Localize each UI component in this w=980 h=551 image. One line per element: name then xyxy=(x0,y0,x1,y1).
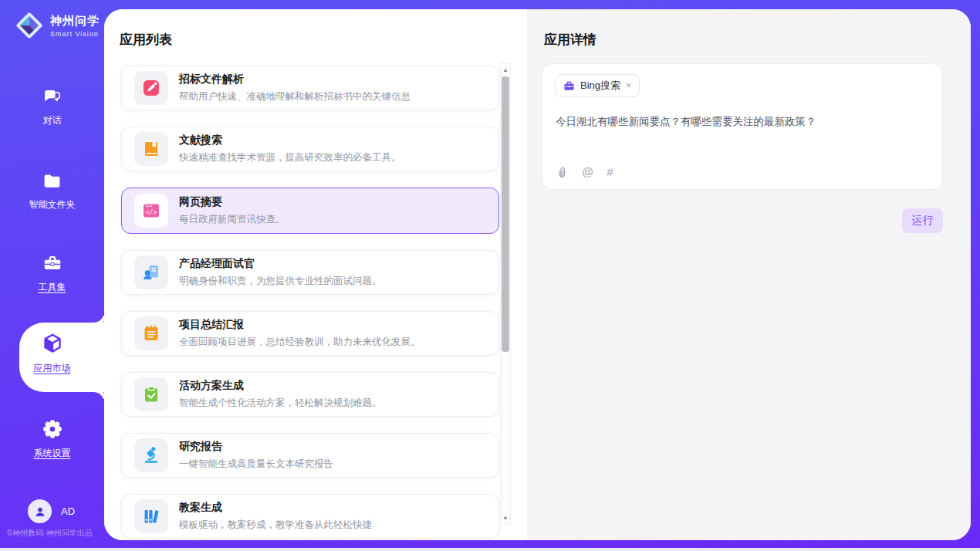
mention-icon[interactable]: @ xyxy=(582,165,593,178)
app-desc: 一键智能生成高质量长文本研究报告 xyxy=(179,458,333,471)
app-card-project-summary[interactable]: 项目总结汇报 全面回顾项目进展，总结经验教训，助力未来优化发展。 xyxy=(121,311,499,356)
gear-icon xyxy=(42,418,63,440)
app-card-list: 招标文件解析 帮助用户快速、准确地理解和解析招标书中的关键信息 xyxy=(121,66,499,539)
microscope-icon xyxy=(141,445,161,465)
run-button[interactable]: 运行 xyxy=(902,208,943,233)
app-card-research-report[interactable]: 研究报告 一键智能生成高质量长文本研究报告 xyxy=(121,433,499,478)
book-icon xyxy=(141,139,161,159)
sidebar-item-toolset[interactable]: 工具集 xyxy=(0,252,104,294)
app-card-bid-analysis[interactable]: 招标文件解析 帮助用户快速、准确地理解和解析招标书中的关键信息 xyxy=(121,66,499,110)
interviewer-icon xyxy=(141,262,161,282)
close-icon[interactable]: × xyxy=(626,81,631,90)
diamond-logo-icon xyxy=(14,10,45,41)
app-desc: 每日政府新闻资讯快查。 xyxy=(179,213,286,226)
app-frame: 神州问学 Smart Vision 对话 智能文件夹 xyxy=(0,0,980,548)
notepad-icon xyxy=(141,323,161,343)
app-desc: 模板驱动，教案秒成，教学准备从此轻松快捷 xyxy=(179,519,372,532)
scroll-down-icon[interactable]: ▼ xyxy=(501,512,510,524)
app-name: 活动方案生成 xyxy=(179,379,382,393)
app-card-web-summary[interactable]: </> 网页摘要 每日政府新闻资讯快查。 xyxy=(121,188,499,234)
cube-icon xyxy=(41,332,64,355)
attachment-toolbar: @ # xyxy=(556,165,613,178)
scroll-up-icon[interactable]: ▲ xyxy=(501,64,510,76)
sidebar-item-label: 智能文件夹 xyxy=(29,198,76,211)
sidebar: 神州问学 Smart Vision 对话 智能文件夹 xyxy=(0,0,104,548)
app-desc: 明确身份和职责，为您提供专业性的面试问题。 xyxy=(179,275,382,288)
app-desc: 帮助用户快速、准确地理解和解析招标书中的关键信息 xyxy=(179,90,411,103)
app-desc: 全面回顾项目进展，总结经验教训，助力未来优化发展。 xyxy=(179,336,421,349)
app-card-pm-interviewer[interactable]: 产品经理面试官 明确身份和职责，为您提供专业性的面试问题。 xyxy=(121,250,499,295)
app-list-panel: 应用列表 招标文件解析 帮助用户快速、准确地理解和解析招标书 xyxy=(104,9,527,540)
app-card-event-plan[interactable]: 活动方案生成 智能生成个性化活动方案，轻松解决规划难题。 xyxy=(121,372,499,417)
clipboard-check-icon xyxy=(141,384,161,404)
folder-icon xyxy=(42,171,63,191)
sidebar-item-label: 工具集 xyxy=(39,281,66,294)
app-name: 项目总结汇报 xyxy=(179,318,421,332)
chat-icon xyxy=(42,86,63,107)
copyright-text: ©神州数码·神州问学出品 xyxy=(7,528,93,539)
person-icon xyxy=(33,505,47,519)
scrollbar-thumb[interactable] xyxy=(502,76,509,352)
app-desc: 快速精准查找学术资源，提高研究效率的必备工具。 xyxy=(179,151,401,164)
app-card-lesson-plan[interactable]: 教案生成 模板驱动，教案秒成，教学准备从此轻松快捷 xyxy=(121,494,499,539)
app-name: 教案生成 xyxy=(179,501,372,515)
app-detail-panel: 应用详情 Bing搜索 × 今日湖北有哪些新闻要点？有哪些需要关注的最新政策？ xyxy=(527,9,971,540)
sidebar-item-label: 应用市场 xyxy=(34,362,71,375)
paperclip-icon[interactable] xyxy=(556,165,569,178)
avatar[interactable] xyxy=(28,499,52,523)
sidebar-item-label: 对话 xyxy=(43,114,62,127)
sidebar-item-app-market[interactable]: 应用市场 xyxy=(0,332,104,375)
app-name: 招标文件解析 xyxy=(179,73,411,86)
hash-icon[interactable]: # xyxy=(607,165,613,178)
books-icon xyxy=(141,506,161,526)
content-area: 应用列表 招标文件解析 帮助用户快速、准确地理解和解析招标书 xyxy=(104,9,971,540)
app-name: 研究报告 xyxy=(179,440,333,454)
app-desc: 智能生成个性化活动方案，轻松解决规划难题。 xyxy=(179,397,382,410)
brand-name: 神州问学 xyxy=(50,14,100,29)
app-list-title: 应用列表 xyxy=(120,31,172,49)
list-scrollbar[interactable]: ▲ ▼ xyxy=(500,63,511,525)
tool-chip-label: Bing搜索 xyxy=(580,79,620,93)
brand-logo: 神州问学 Smart Vision xyxy=(14,10,100,41)
sidebar-item-chat[interactable]: 对话 xyxy=(0,86,104,127)
user-initials: AD xyxy=(61,505,75,517)
browser-code-icon: </> xyxy=(141,201,161,221)
app-card-literature-search[interactable]: 文献搜索 快速精准查找学术资源，提高研究效率的必备工具。 xyxy=(121,127,499,171)
sidebar-item-label: 系统设置 xyxy=(34,447,71,460)
app-name: 文献搜索 xyxy=(179,134,401,147)
app-window: 神州问学 Smart Vision 对话 智能文件夹 xyxy=(0,0,980,551)
toolbox-icon xyxy=(42,252,63,274)
query-input-card[interactable]: Bing搜索 × 今日湖北有哪些新闻要点？有哪些需要关注的最新政策？ @ # xyxy=(542,63,943,190)
sidebar-item-smart-folder[interactable]: 智能文件夹 xyxy=(0,171,104,211)
pen-square-icon xyxy=(141,78,161,98)
query-text: 今日湖北有哪些新闻要点？有哪些需要关注的最新政策？ xyxy=(556,115,930,129)
user-row[interactable]: AD xyxy=(28,499,75,523)
app-name: 网页摘要 xyxy=(179,195,286,209)
app-name: 产品经理面试官 xyxy=(179,257,382,271)
sidebar-item-settings[interactable]: 系统设置 xyxy=(0,418,104,460)
brand-subtitle: Smart Vision xyxy=(50,30,100,38)
svg-text:</>: </> xyxy=(146,209,157,216)
briefcase-icon xyxy=(563,80,575,92)
app-detail-title: 应用详情 xyxy=(544,31,596,49)
tool-chip-bing-search[interactable]: Bing搜索 × xyxy=(555,74,640,97)
